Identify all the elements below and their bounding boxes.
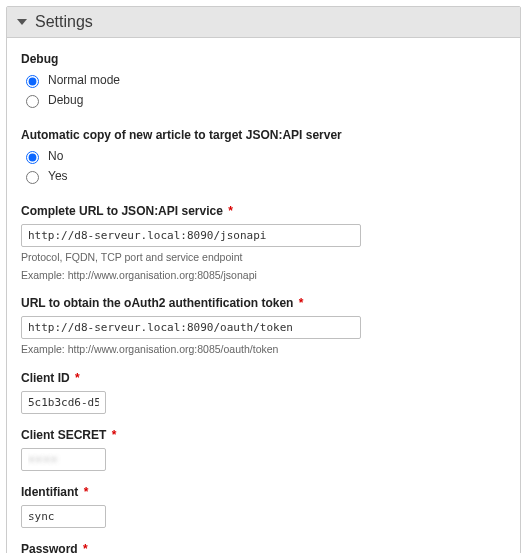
client-id-label: Client ID * [21,371,506,385]
debug-option-debug-label: Debug [48,93,83,107]
autocopy-label: Automatic copy of new article to target … [21,128,506,142]
url-service-label: Complete URL to JSON:API service * [21,204,506,218]
required-marker: * [84,485,89,499]
url-oauth-label-text: URL to obtain the oAuth2 authentificatio… [21,296,293,310]
debug-option-normal-label: Normal mode [48,73,120,87]
autocopy-option-no[interactable]: No [21,148,506,164]
autocopy-radio-yes[interactable] [26,171,39,184]
identifiant-input[interactable] [21,505,106,528]
identifiant-label: Identifiant * [21,485,506,499]
client-id-label-text: Client ID [21,371,70,385]
debug-label: Debug [21,52,506,66]
client-secret-label-text: Client SECRET [21,428,106,442]
client-id-input[interactable] [21,391,106,414]
debug-group: Debug Normal mode Debug [21,52,506,108]
autocopy-option-yes-label: Yes [48,169,68,183]
debug-option-normal[interactable]: Normal mode [21,72,506,88]
autocopy-group: Automatic copy of new article to target … [21,128,506,184]
client-id-field: Client ID * [21,371,506,414]
client-secret-input[interactable] [21,448,106,471]
settings-panel-body: Debug Normal mode Debug Automatic copy o… [7,38,520,553]
settings-panel-header[interactable]: Settings [7,7,520,38]
password-label-text: Password [21,542,78,553]
required-marker: * [299,296,304,310]
autocopy-option-yes[interactable]: Yes [21,168,506,184]
identifiant-field: Identifiant * [21,485,506,528]
debug-option-debug[interactable]: Debug [21,92,506,108]
autocopy-radio-no[interactable] [26,151,39,164]
autocopy-option-no-label: No [48,149,63,163]
required-marker: * [75,371,80,385]
url-oauth-field: URL to obtain the oAuth2 authentificatio… [21,296,506,357]
url-oauth-label: URL to obtain the oAuth2 authentificatio… [21,296,506,310]
client-secret-label: Client SECRET * [21,428,506,442]
required-marker: * [83,542,88,553]
required-marker: * [228,204,233,218]
identifiant-label-text: Identifiant [21,485,78,499]
url-service-hint1: Protocol, FQDN, TCP port and service end… [21,250,506,265]
url-oauth-input[interactable] [21,316,361,339]
password-label: Password * [21,542,506,553]
settings-panel: Settings Debug Normal mode Debug Automat… [6,6,521,553]
url-service-field: Complete URL to JSON:API service * Proto… [21,204,506,282]
chevron-down-icon [17,19,27,25]
debug-radio-debug[interactable] [26,95,39,108]
panel-title: Settings [35,13,93,31]
url-service-label-text: Complete URL to JSON:API service [21,204,223,218]
password-field: Password * BE CAREFULL !!!! Password sto… [21,542,506,553]
url-oauth-hint1: Example: http://www.organisation.org:808… [21,342,506,357]
client-secret-field: Client SECRET * [21,428,506,471]
url-service-hint2: Example: http://www.organisation.org:808… [21,268,506,283]
debug-radio-normal[interactable] [26,75,39,88]
required-marker: * [112,428,117,442]
url-service-input[interactable] [21,224,361,247]
